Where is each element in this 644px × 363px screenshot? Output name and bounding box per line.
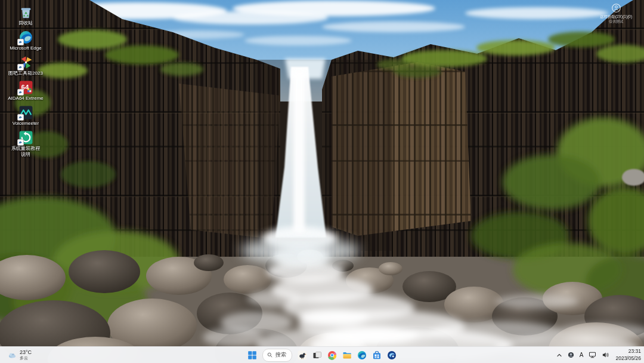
desktop-icon-list: 回收站 Microsoft Edge [2, 5, 49, 160]
store-icon [372, 350, 382, 360]
watermark-line2: 仅供测试 [609, 20, 623, 24]
hidden-icons-button[interactable] [556, 349, 563, 361]
taskbar-app-store[interactable] [370, 349, 383, 362]
pinwheel-toolbox-icon [18, 55, 33, 70]
desktop-icon-label: Microsoft Edge [10, 45, 41, 51]
weather-widget[interactable]: 23°C 多云 [5, 347, 34, 363]
desktop: 远程协助(2X)(1)(0) 仅供测试 回收站 [0, 0, 644, 363]
desktop-icon-label: 系统重装教程 [11, 146, 40, 151]
weather-text: 23°C 多云 [20, 350, 32, 361]
windows-start-icon [247, 350, 257, 360]
taskbar-app-file-explorer[interactable] [340, 349, 354, 362]
taskbar: 23°C 多云 搜索 [0, 346, 644, 363]
taskbar-app-edge[interactable] [355, 349, 369, 362]
desktop-icon-aida64[interactable]: 64 AIDA64 Extreme [2, 80, 49, 105]
clock-date: 2023/05/26 [615, 355, 641, 362]
clock[interactable]: 23:31 2023/05/26 [615, 348, 641, 361]
search-box[interactable]: 搜索 [262, 349, 292, 362]
taskbar-app-browser[interactable] [326, 349, 339, 362]
taskbar-app-blue-circle[interactable] [385, 349, 398, 362]
start-button[interactable] [246, 349, 259, 362]
taskbar-center: 搜索 [246, 347, 398, 363]
desktop-icon-label: AIDA64 Extreme [8, 96, 44, 101]
shortcut-arrow-icon [17, 114, 24, 121]
system-tray: A 23:31 2023/05/26 [556, 347, 641, 363]
search-label: 搜索 [275, 351, 286, 359]
shortcut-arrow-icon [17, 139, 24, 146]
desktop-icon-restore-guide[interactable]: 系统重装教程 说明 [2, 130, 49, 160]
clock-time: 23:31 [615, 348, 641, 355]
ime-mode-label: A [580, 352, 584, 358]
cloud-icon [8, 350, 17, 359]
desktop-icon-label: Voicemeeter [13, 121, 39, 126]
speaker-icon [602, 351, 609, 359]
folder-icon [342, 350, 352, 360]
voicemeeter-icon [18, 105, 33, 120]
desktop-icon-toolbox[interactable]: 图吧工具箱2023 [2, 55, 49, 80]
task-view-icon [312, 350, 322, 360]
desktop-icon-label: 回收站 [18, 20, 33, 26]
desktop-icon-recycle-bin[interactable]: 回收站 [2, 5, 49, 30]
blue-circle-app-icon [387, 350, 397, 360]
edge-icon [357, 350, 367, 360]
desktop-icon-voicemeeter[interactable]: Voicemeeter [2, 105, 49, 130]
volume-button[interactable] [601, 349, 610, 361]
dark-tray-app-icon [568, 352, 574, 358]
desktop-icon-label: 图吧工具箱2023 [8, 70, 43, 76]
watermark-line1: 远程协助(2X)(1)(0) [600, 14, 632, 19]
shortcut-arrow-icon [17, 64, 24, 70]
tray-app-icon[interactable] [567, 349, 575, 361]
edge-icon [18, 30, 33, 45]
desktop-icon-edge[interactable]: Microsoft Edge [2, 30, 49, 55]
ime-indicator[interactable]: A [579, 349, 584, 361]
green-restore-icon [18, 130, 33, 145]
watermark: 远程协助(2X)(1)(0) 仅供测试 [590, 3, 642, 24]
weather-condition: 多云 [20, 356, 32, 361]
person-circle-icon [611, 3, 621, 13]
wallpaper-image [0, 0, 644, 363]
shortcut-arrow-icon [17, 89, 24, 96]
aida64-icon: 64 [18, 80, 33, 95]
network-button[interactable] [588, 349, 597, 361]
search-icon [267, 352, 273, 358]
shortcut-arrow-icon [17, 39, 24, 45]
colorful-browser-icon [327, 350, 337, 360]
taskbar-app-task-view[interactable] [311, 349, 324, 362]
desktop-icon-label-line2: 说明 [21, 152, 30, 157]
recycle-bin-icon [18, 5, 33, 20]
ethernet-icon [589, 351, 596, 359]
chevron-up-icon [556, 352, 562, 358]
taskbar-app-widgets[interactable] [296, 349, 309, 362]
weather-temperature: 23°C [20, 350, 32, 356]
bird-widget-icon [298, 350, 307, 360]
